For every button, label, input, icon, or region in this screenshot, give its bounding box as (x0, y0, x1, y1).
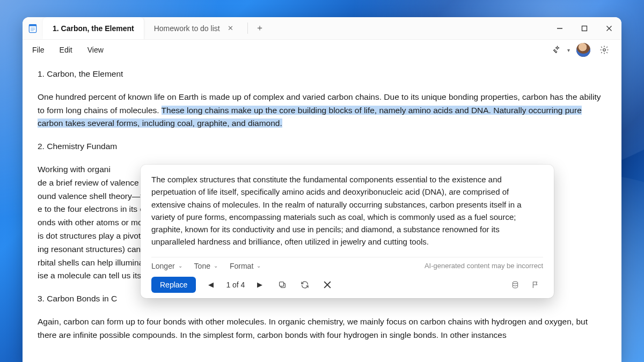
tone-label: Tone (194, 262, 210, 270)
data-usage-icon[interactable] (508, 277, 523, 292)
previous-suggestion-button[interactable]: ◀ (203, 277, 218, 292)
svg-point-9 (603, 49, 606, 51)
notepad-app-icon (23, 17, 43, 39)
chevron-down-icon[interactable]: ▾ (567, 47, 570, 53)
tab-inactive[interactable]: Homework to do list ✕ (144, 17, 245, 39)
format-label: Format (230, 262, 253, 270)
menu-view[interactable]: View (87, 46, 104, 54)
next-suggestion-button[interactable]: ▶ (252, 277, 267, 292)
minimize-button[interactable] (547, 17, 572, 39)
gear-icon[interactable] (597, 42, 612, 57)
ai-disclaimer-text: AI-generated content may be incorrect (425, 262, 543, 270)
length-label: Longer (151, 262, 175, 270)
ai-rewrite-popover: The complex structures that constitute t… (141, 165, 554, 298)
maximize-button[interactable] (572, 17, 597, 39)
chevron-down-icon: ⌄ (178, 263, 182, 269)
chevron-down-icon: ⌄ (257, 263, 261, 269)
titlebar: 1. Carbon, the Element Homework to do li… (23, 17, 621, 40)
magic-rewrite-icon[interactable] (549, 42, 564, 57)
suggestion-page-indicator: 1 of 4 (226, 280, 245, 289)
tab-label: Homework to do list (154, 24, 220, 33)
avatar[interactable] (576, 43, 590, 57)
doc-heading-1: 1. Carbon, the Element (38, 68, 606, 81)
window-controls (547, 17, 621, 39)
length-dropdown[interactable]: Longer ⌄ (151, 262, 182, 270)
chevron-down-icon: ⌄ (214, 263, 218, 269)
flag-icon[interactable] (528, 277, 543, 292)
svg-rect-11 (280, 282, 284, 286)
copy-icon[interactable] (275, 277, 290, 292)
notepad-window: 1. Carbon, the Element Homework to do li… (23, 17, 621, 362)
menu-edit[interactable]: Edit (60, 46, 72, 54)
add-tab-button[interactable]: ＋ (250, 17, 269, 39)
format-dropdown[interactable]: Format ⌄ (230, 262, 261, 270)
tab-active[interactable]: 1. Carbon, the Element (43, 17, 144, 39)
tab-label: 1. Carbon, the Element (53, 24, 134, 33)
close-popover-icon[interactable] (320, 277, 335, 292)
popover-controls: Longer ⌄ Tone ⌄ Format ⌄ AI-generated co… (151, 257, 543, 270)
menu-file[interactable]: File (32, 46, 45, 54)
ai-suggestion-text: The complex structures that constitute t… (151, 173, 543, 248)
svg-rect-1 (29, 24, 36, 26)
svg-rect-6 (582, 26, 587, 31)
popover-actions: Replace ◀ 1 of 4 ▶ (151, 277, 543, 293)
tab-separator (247, 23, 248, 34)
close-tab-icon[interactable]: ✕ (225, 23, 236, 33)
svg-point-14 (513, 282, 517, 284)
doc-heading-2: 2. Chemistry Fundam (38, 140, 606, 153)
close-window-button[interactable] (597, 17, 621, 39)
doc-paragraph-1: One hundred percent of known life on Ear… (38, 91, 606, 130)
tone-dropdown[interactable]: Tone ⌄ (194, 262, 218, 270)
menubar: File Edit View ▾ (23, 40, 621, 60)
replace-button[interactable]: Replace (151, 277, 196, 293)
doc-paragraph-3: Again, carbon can form up to four bonds … (38, 315, 606, 342)
regenerate-icon[interactable] (297, 277, 312, 292)
